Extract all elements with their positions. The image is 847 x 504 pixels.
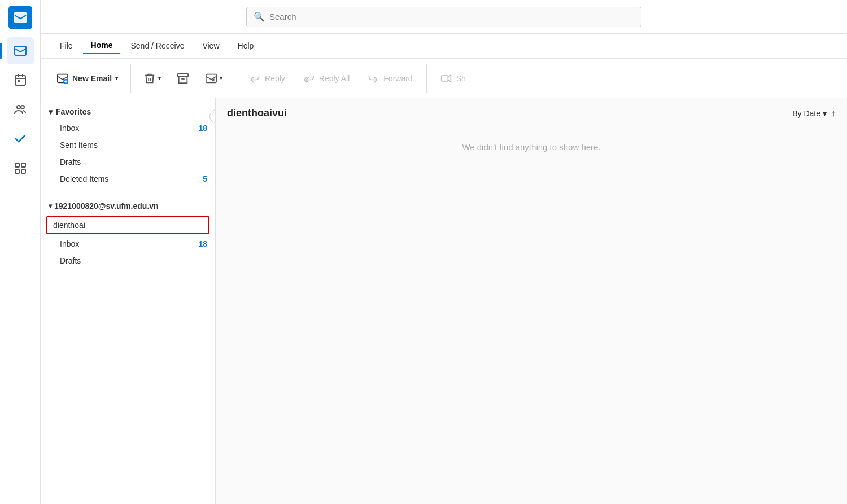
nav-item-people[interactable] <box>7 96 34 123</box>
ribbon: New Email ▾ ▾ <box>41 59 847 98</box>
content-area: ‹ ▾ Favorites Inbox 18 Sent Items Drafts <box>41 98 847 504</box>
sort-by-date-button[interactable]: By Date ▾ <box>792 109 827 118</box>
svg-rect-18 <box>178 73 188 76</box>
sidebar-item-inbox[interactable]: Inbox 18 <box>41 120 215 137</box>
account-inbox-label: Inbox <box>60 239 79 248</box>
delete-dropdown-icon: ▾ <box>158 75 161 81</box>
svg-rect-13 <box>21 169 25 173</box>
share-button[interactable]: Sh <box>433 62 474 95</box>
account-header[interactable]: ▾ 1921000820@sv.ufm.edu.vn <box>41 197 215 215</box>
favorites-label: Favorites <box>56 107 91 116</box>
svg-rect-12 <box>15 169 19 173</box>
deleted-label: Deleted Items <box>60 174 108 183</box>
sidebar-divider <box>49 192 207 192</box>
empty-text: We didn't find anything to show here. <box>462 142 600 152</box>
svg-point-8 <box>17 106 20 109</box>
favorites-chevron-icon: ▾ <box>49 107 53 116</box>
deleted-count: 5 <box>203 174 207 183</box>
nav-rail <box>0 0 41 504</box>
sidebar-item-account-inbox[interactable]: Inbox 18 <box>41 235 215 252</box>
ribbon-delete-group: ▾ <box>137 62 168 95</box>
sort-dropdown-icon: ▾ <box>823 109 827 118</box>
sort-label: By Date <box>792 109 820 118</box>
reply-all-button[interactable]: Reply All <box>295 62 357 95</box>
app-logo <box>8 6 32 29</box>
svg-rect-11 <box>21 163 25 167</box>
share-label: Sh <box>456 74 466 83</box>
favorites-header[interactable]: ▾ Favorites <box>41 104 215 120</box>
menu-help[interactable]: Help <box>230 38 262 54</box>
move-dropdown-icon: ▾ <box>220 75 222 81</box>
reply-all-label: Reply All <box>319 74 350 83</box>
mail-list-header: dienthoaivui By Date ▾ ↑ <box>216 98 847 125</box>
forward-button[interactable]: Forward <box>360 62 420 95</box>
account-chevron-icon: ▾ <box>49 202 52 210</box>
svg-rect-7 <box>18 80 20 82</box>
svg-rect-19 <box>206 74 216 82</box>
mail-empty-message: We didn't find anything to show here. <box>216 125 847 504</box>
menu-bar: File Home Send / Receive View Help <box>41 34 847 59</box>
sidebar-item-drafts[interactable]: Drafts <box>41 154 215 170</box>
reply-button[interactable]: Reply <box>241 62 293 95</box>
account-inbox-count: 18 <box>198 239 207 248</box>
archive-button[interactable] <box>170 62 196 95</box>
ribbon-divider-2 <box>235 64 235 93</box>
ribbon-divider-1 <box>130 64 131 93</box>
sort-direction-icon[interactable]: ↑ <box>831 108 836 119</box>
search-input[interactable] <box>269 12 634 21</box>
favorites-section: ▾ Favorites Inbox 18 Sent Items Drafts D… <box>41 104 215 187</box>
svg-point-9 <box>21 106 24 109</box>
mail-list-title: dienthoaivui <box>227 107 287 119</box>
sidebar-item-account-drafts[interactable]: Drafts <box>41 252 215 269</box>
sidebar-item-deleted[interactable]: Deleted Items 5 <box>41 170 215 187</box>
sidebar-item-sent[interactable]: Sent Items <box>41 137 215 154</box>
delete-button[interactable]: ▾ <box>137 62 168 95</box>
menu-home[interactable]: Home <box>83 37 121 54</box>
ribbon-divider-3 <box>426 64 427 93</box>
nav-item-apps[interactable] <box>7 155 34 182</box>
menu-file[interactable]: File <box>52 38 81 54</box>
new-email-dropdown-icon: ▾ <box>115 75 118 81</box>
account-section: ▾ 1921000820@sv.ufm.edu.vn dienthoai Inb… <box>41 197 215 269</box>
search-box[interactable]: 🔍 <box>246 7 641 27</box>
new-email-label: New Email <box>72 74 112 83</box>
new-email-button[interactable]: New Email ▾ <box>50 62 125 95</box>
sent-label: Sent Items <box>60 141 98 150</box>
forward-label: Forward <box>383 74 412 83</box>
svg-rect-10 <box>15 163 19 167</box>
nav-item-calendar[interactable] <box>7 67 34 94</box>
account-drafts-label: Drafts <box>60 256 81 265</box>
sidebar-item-dienthoai[interactable]: dienthoai <box>46 216 209 234</box>
drafts-label: Drafts <box>60 157 81 166</box>
reply-label: Reply <box>265 74 285 83</box>
menu-send-receive[interactable]: Send / Receive <box>123 38 192 54</box>
inbox-count: 18 <box>198 124 207 133</box>
mail-sort-controls: By Date ▾ ↑ <box>792 108 836 119</box>
svg-rect-2 <box>15 46 26 55</box>
svg-rect-3 <box>15 76 25 85</box>
top-bar: 🔍 <box>41 0 847 34</box>
inbox-label: Inbox <box>60 124 79 133</box>
mail-list-panel: dienthoaivui By Date ▾ ↑ We didn't find … <box>216 98 847 504</box>
search-icon: 🔍 <box>254 11 265 22</box>
sidebar: ‹ ▾ Favorites Inbox 18 Sent Items Drafts <box>41 98 216 504</box>
svg-rect-0 <box>14 12 27 22</box>
nav-item-mail[interactable] <box>7 37 34 64</box>
menu-view[interactable]: View <box>194 38 227 54</box>
dienthoai-label: dienthoai <box>53 221 85 230</box>
nav-item-tasks[interactable] <box>7 125 34 152</box>
svg-rect-20 <box>441 76 448 81</box>
main-area: 🔍 File Home Send / Receive View Help New… <box>41 0 847 504</box>
move-button[interactable]: ▾ <box>198 62 229 95</box>
account-label: 1921000820@sv.ufm.edu.vn <box>54 201 159 211</box>
